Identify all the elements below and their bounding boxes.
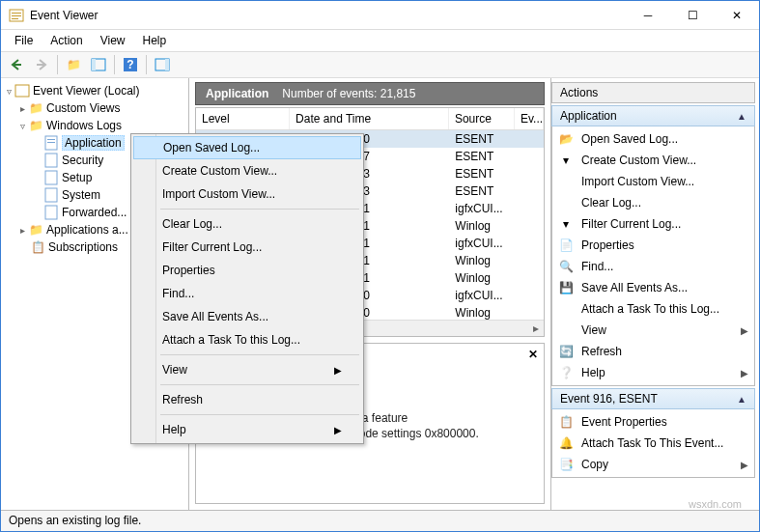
ctx-import-custom-view[interactable]: Import Custom View...: [133, 182, 361, 206]
statusbar: Opens an existing log file.: [1, 510, 759, 531]
svg-rect-1: [12, 13, 21, 14]
find-icon: 🔍: [558, 260, 574, 273]
ctx-help[interactable]: Help▶: [133, 418, 361, 441]
menu-view[interactable]: View: [93, 32, 133, 49]
ctx-clear-log[interactable]: Clear Log...: [133, 212, 361, 236]
ctx-properties[interactable]: Properties: [133, 259, 361, 282]
actions-title: Actions: [551, 82, 755, 103]
action-properties[interactable]: 📄Properties: [552, 235, 754, 256]
toolbar-panel-icon[interactable]: [87, 54, 110, 75]
ctx-save-all-events-as[interactable]: Save All Events As...: [133, 305, 361, 328]
svg-rect-10: [15, 85, 29, 97]
action-find[interactable]: 🔍Find...: [552, 256, 754, 277]
ctx-create-custom-view[interactable]: Create Custom View...: [133, 159, 361, 182]
funnel-icon: ▾: [558, 217, 574, 231]
action-attach-a-task-to-this-log[interactable]: Attach a Task To this Log...: [552, 298, 754, 320]
col-ev[interactable]: Ev...: [515, 108, 544, 129]
grid-header: Level Date and Time Source Ev...: [196, 108, 544, 130]
action-create-custom-view[interactable]: ▾Create Custom View...: [552, 150, 754, 171]
menubar: File Action View Help: [1, 30, 759, 51]
ctx-open-saved-log[interactable]: Open Saved Log...: [133, 136, 361, 159]
toolbar: 📁 ?: [1, 51, 759, 78]
col-level[interactable]: Level: [196, 108, 290, 129]
event-props-icon: 📋: [558, 415, 574, 429]
expand-arrow-icon[interactable]: ▸: [16, 225, 28, 236]
collapse-arrow-icon[interactable]: ▲: [737, 394, 746, 405]
svg-rect-15: [45, 171, 57, 184]
body: ▿ Event Viewer (Local) ▸ 📁 Custom Views …: [1, 78, 759, 510]
action-refresh[interactable]: 🔄Refresh: [552, 341, 754, 362]
toolbar-panel2-icon[interactable]: [151, 54, 174, 75]
back-button[interactable]: [5, 54, 28, 75]
log-icon: [43, 205, 59, 220]
separator: [114, 55, 115, 74]
refresh-icon: 🔄: [558, 345, 574, 358]
svg-rect-12: [47, 139, 55, 140]
actions-section-application[interactable]: Application ▲: [551, 105, 755, 126]
tree-custom-views[interactable]: ▸ 📁 Custom Views: [1, 99, 188, 117]
minimize-button[interactable]: ─: [626, 1, 670, 30]
log-icon: [43, 135, 59, 151]
toolbar-help-icon[interactable]: ?: [119, 54, 142, 75]
svg-text:?: ?: [127, 58, 133, 71]
ctx-view[interactable]: View▶: [133, 358, 361, 381]
action-event-properties[interactable]: 📋Event Properties: [552, 411, 754, 433]
ctx-find[interactable]: Find...: [133, 282, 361, 305]
action-clear-log[interactable]: Clear Log...: [552, 192, 754, 213]
separator: [57, 55, 58, 74]
ctx-divider: [160, 354, 359, 355]
ctx-divider: [160, 209, 359, 210]
expand-arrow-icon[interactable]: ▸: [16, 103, 28, 114]
col-date[interactable]: Date and Time: [290, 108, 449, 129]
help-icon: ❔: [558, 366, 574, 379]
ctx-refresh[interactable]: Refresh: [133, 388, 361, 411]
chevron-right-icon: ▶: [741, 368, 748, 378]
funnel-sparkle-icon: ▾: [558, 154, 574, 167]
svg-rect-5: [92, 59, 96, 70]
toolbar-folder-icon[interactable]: 📁: [62, 54, 85, 75]
chevron-right-icon: ▶: [741, 460, 748, 470]
subscriptions-icon: 📋: [30, 239, 45, 255]
close-button[interactable]: ✕: [715, 1, 759, 30]
scroll-right-arrow-icon[interactable]: ▸: [527, 322, 544, 335]
detail-close-button[interactable]: ✕: [528, 348, 538, 361]
col-source[interactable]: Source: [449, 108, 515, 129]
center-count: Number of events: 21,815: [282, 87, 415, 100]
action-copy[interactable]: 📑Copy▶: [552, 454, 754, 475]
ctx-filter-current-log[interactable]: Filter Current Log...: [133, 236, 361, 259]
collapse-arrow-icon[interactable]: ▿: [16, 121, 28, 131]
action-filter-current-log[interactable]: ▾Filter Current Log...: [552, 213, 754, 235]
menu-action[interactable]: Action: [42, 32, 90, 49]
center-header: Application Number of events: 21,815: [195, 82, 545, 105]
chevron-right-icon: ▶: [334, 425, 342, 435]
menu-help[interactable]: Help: [135, 32, 175, 49]
action-save-all-events-as[interactable]: 💾Save All Events As...: [552, 277, 754, 298]
properties-icon: 📄: [558, 238, 574, 252]
forward-button[interactable]: [30, 54, 53, 75]
svg-rect-14: [45, 154, 57, 167]
attach-task-icon: 🔔: [558, 436, 574, 450]
actions-list-application: 📂Open Saved Log...▾Create Custom View...…: [551, 126, 755, 386]
maximize-button[interactable]: ☐: [670, 1, 715, 30]
action-attach-task-to-this-event[interactable]: 🔔Attach Task To This Event...: [552, 433, 754, 454]
tree-windows-logs[interactable]: ▿ 📁 Windows Logs: [1, 117, 188, 134]
menu-file[interactable]: File: [7, 32, 41, 49]
folder-icon: 📁: [28, 222, 43, 238]
tree-root[interactable]: ▿ Event Viewer (Local): [1, 82, 188, 99]
action-view[interactable]: View▶: [552, 320, 754, 341]
actions-section-event[interactable]: Event 916, ESENT ▲: [551, 388, 755, 409]
ctx-divider: [160, 384, 359, 385]
window-title: Event Viewer: [30, 9, 626, 22]
collapse-arrow-icon[interactable]: ▿: [3, 86, 14, 97]
svg-rect-3: [12, 18, 18, 19]
svg-rect-13: [47, 142, 55, 143]
app-icon: [9, 8, 24, 23]
center-title: Application: [206, 87, 268, 100]
ctx-divider: [160, 414, 359, 415]
action-help[interactable]: ❔Help▶: [552, 362, 754, 383]
separator: [146, 55, 147, 74]
ctx-attach-a-task-to-this-log[interactable]: Attach a Task To this Log...: [133, 328, 361, 351]
collapse-arrow-icon[interactable]: ▲: [737, 111, 746, 122]
action-open-saved-log[interactable]: 📂Open Saved Log...: [552, 128, 754, 150]
action-import-custom-view[interactable]: Import Custom View...: [552, 171, 754, 192]
